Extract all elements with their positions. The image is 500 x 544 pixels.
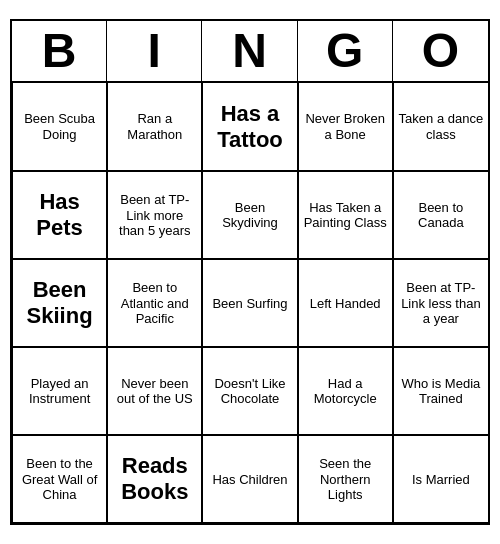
bingo-cell-15[interactable]: Played an Instrument — [12, 347, 107, 435]
bingo-cell-10[interactable]: Been Skiing — [12, 259, 107, 347]
bingo-cell-6[interactable]: Been at TP-Link more than 5 years — [107, 171, 202, 259]
bingo-cell-16[interactable]: Never been out of the US — [107, 347, 202, 435]
bingo-cell-12[interactable]: Been Surfing — [202, 259, 297, 347]
bingo-cell-20[interactable]: Been to the Great Wall of China — [12, 435, 107, 523]
bingo-cell-8[interactable]: Has Taken a Painting Class — [298, 171, 393, 259]
bingo-cell-23[interactable]: Seen the Northern Lights — [298, 435, 393, 523]
bingo-cell-7[interactable]: Been Skydiving — [202, 171, 297, 259]
bingo-cell-4[interactable]: Taken a dance class — [393, 83, 488, 171]
bingo-cell-17[interactable]: Doesn't Like Chocolate — [202, 347, 297, 435]
bingo-cell-18[interactable]: Had a Motorcycle — [298, 347, 393, 435]
bingo-grid: Been Scuba DoingRan a MarathonHas a Tatt… — [12, 83, 488, 523]
bingo-cell-13[interactable]: Left Handed — [298, 259, 393, 347]
bingo-cell-21[interactable]: Reads Books — [107, 435, 202, 523]
bingo-cell-24[interactable]: Is Married — [393, 435, 488, 523]
bingo-card: BINGO Been Scuba DoingRan a MarathonHas … — [10, 19, 490, 526]
bingo-letter-g: G — [298, 21, 393, 82]
bingo-letter-b: B — [12, 21, 107, 82]
bingo-cell-22[interactable]: Has Children — [202, 435, 297, 523]
bingo-cell-9[interactable]: Been to Canada — [393, 171, 488, 259]
bingo-cell-5[interactable]: Has Pets — [12, 171, 107, 259]
bingo-cell-14[interactable]: Been at TP-Link less than a year — [393, 259, 488, 347]
bingo-letter-o: O — [393, 21, 488, 82]
bingo-cell-19[interactable]: Who is Media Trained — [393, 347, 488, 435]
bingo-cell-0[interactable]: Been Scuba Doing — [12, 83, 107, 171]
bingo-letter-n: N — [202, 21, 297, 82]
bingo-letter-i: I — [107, 21, 202, 82]
bingo-cell-3[interactable]: Never Broken a Bone — [298, 83, 393, 171]
bingo-header: BINGO — [12, 21, 488, 84]
bingo-cell-11[interactable]: Been to Atlantic and Pacific — [107, 259, 202, 347]
bingo-cell-2[interactable]: Has a Tattoo — [202, 83, 297, 171]
bingo-cell-1[interactable]: Ran a Marathon — [107, 83, 202, 171]
